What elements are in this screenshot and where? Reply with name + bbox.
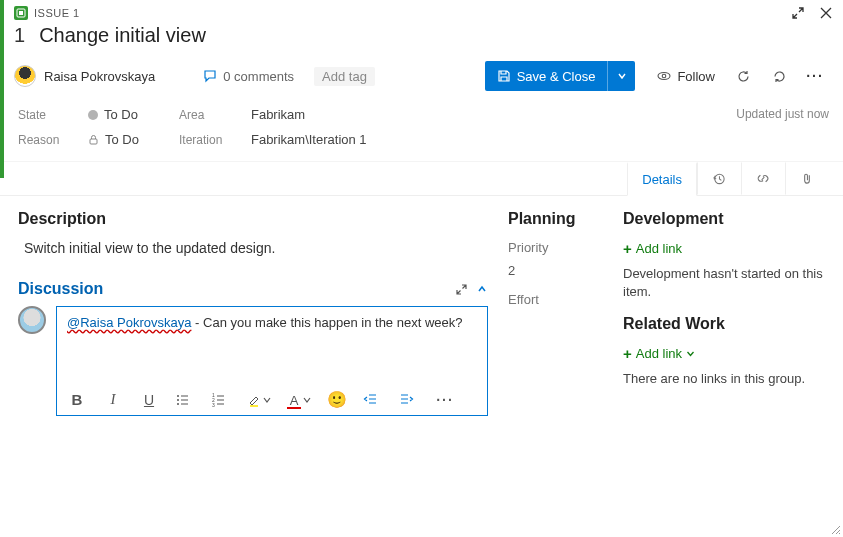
refresh-icon [736,69,751,84]
assignee-name[interactable]: Raisa Pokrovskaya [44,69,155,84]
planning-column: Planning Priority 2 Effort [508,210,603,416]
discussion-text-after: - Can you make this happen in the next w… [191,315,462,330]
updated-timestamp: Updated just now [736,107,829,121]
svg-point-6 [177,395,179,397]
reason-label: Reason [18,133,66,147]
svg-rect-4 [90,139,97,144]
chevron-down-icon [617,71,627,81]
close-icon[interactable] [819,6,833,20]
font-color-button[interactable]: A [287,392,311,408]
discussion-mention[interactable]: @Raisa Pokrovskaya [67,315,191,330]
history-icon [712,171,726,186]
iteration-label: Iteration [179,133,229,147]
follow-button[interactable]: Follow [657,69,715,84]
eye-icon [657,69,671,83]
fields-area: State To Do Reason To Do Area Fabrikam I… [0,99,843,161]
related-heading: Related Work [623,315,829,333]
emoji-button[interactable]: 🙂 [327,390,347,409]
development-heading: Development [623,210,829,228]
number-list-button[interactable]: 123 [211,392,231,407]
highlight-button[interactable] [247,393,271,407]
state-value[interactable]: To Do [88,107,138,122]
body-columns: Description Switch initial view to the u… [0,196,843,416]
priority-value[interactable]: 2 [508,263,603,278]
chevron-down-icon [303,396,311,404]
refresh-button[interactable] [729,69,757,84]
description-heading: Description [18,210,488,228]
svg-text:3: 3 [212,402,215,407]
attachment-icon [800,171,814,186]
svg-point-8 [177,403,179,405]
svg-rect-12 [250,405,258,407]
lock-icon [88,134,99,145]
effort-label[interactable]: Effort [508,292,603,307]
priority-label: Priority [508,240,603,255]
comment-icon [203,69,217,83]
chevron-down-icon [263,396,271,404]
planning-heading: Planning [508,210,603,228]
expand-icon[interactable] [791,6,805,20]
indent-button[interactable] [399,392,419,407]
area-label: Area [179,108,229,122]
tab-details[interactable]: Details [627,162,697,196]
iteration-value[interactable]: Fabrikam\Iteration 1 [251,132,367,147]
issue-number: 1 [14,24,25,47]
state-dot-icon [88,110,98,120]
title-row: 1 Change initial view [0,22,843,57]
discussion-avatar [18,306,46,334]
undo-button[interactable] [765,69,793,84]
svg-point-2 [658,73,670,80]
undo-icon [772,69,787,84]
issue-label: ISSUE 1 [34,7,80,19]
area-value[interactable]: Fabrikam [251,107,305,122]
reason-value[interactable]: To Do [88,132,139,147]
svg-rect-1 [19,11,23,15]
related-empty: There are no links in this group. [623,370,829,388]
bold-button[interactable]: B [67,391,87,408]
chevron-down-icon [686,349,695,358]
right-column: Development + Add link Development hasn'… [623,210,829,416]
discussion-collapse-icon[interactable] [476,283,488,295]
main-column: Description Switch initial view to the u… [18,210,488,416]
discussion-text[interactable]: @Raisa Pokrovskaya - Can you make this h… [67,315,477,384]
bullet-list-button[interactable] [175,392,195,407]
development-add-link[interactable]: + Add link [623,240,829,257]
svg-point-7 [177,399,179,401]
meta-row: Raisa Pokrovskaya 0 comments Add tag Sav… [0,57,843,99]
more-actions-button[interactable]: ··· [801,68,829,84]
add-tag-button[interactable]: Add tag [314,67,375,86]
comments-button[interactable]: 0 comments [203,69,294,84]
issue-breadcrumb: ISSUE 1 [14,6,80,20]
save-icon [497,69,511,83]
discussion-heading: Discussion [18,280,103,298]
plus-icon: + [623,345,632,362]
follow-label: Follow [677,69,715,84]
outdent-button[interactable] [363,392,383,407]
discussion-expand-icon[interactable] [455,283,468,296]
tabs-row: Details [0,161,843,196]
comments-label: 0 comments [223,69,294,84]
tab-links[interactable] [741,162,785,195]
underline-button[interactable]: U [139,392,159,408]
svg-point-3 [663,74,667,78]
description-body[interactable]: Switch initial view to the updated desig… [18,240,488,256]
title-bar: ISSUE 1 [0,0,843,22]
state-label: State [18,108,66,122]
editor-more-button[interactable]: ··· [435,392,455,408]
resize-grip-icon[interactable] [829,523,841,535]
plus-icon: + [623,240,632,257]
issue-title[interactable]: Change initial view [39,24,206,47]
development-empty: Development hasn't started on this item. [623,265,829,301]
save-dropdown[interactable] [607,61,635,91]
editor-toolbar: B I U 123 A [67,384,477,413]
discussion-editor[interactable]: @Raisa Pokrovskaya - Can you make this h… [56,306,488,416]
related-add-link[interactable]: + Add link [623,345,829,362]
italic-button[interactable]: I [103,391,123,408]
assignee-avatar[interactable] [14,65,36,87]
issue-type-icon [14,6,28,20]
save-close-button[interactable]: Save & Close [485,61,636,91]
tab-history[interactable] [697,162,741,195]
tab-attachments[interactable] [785,162,829,195]
link-icon [756,171,770,186]
save-close-label: Save & Close [517,69,596,84]
